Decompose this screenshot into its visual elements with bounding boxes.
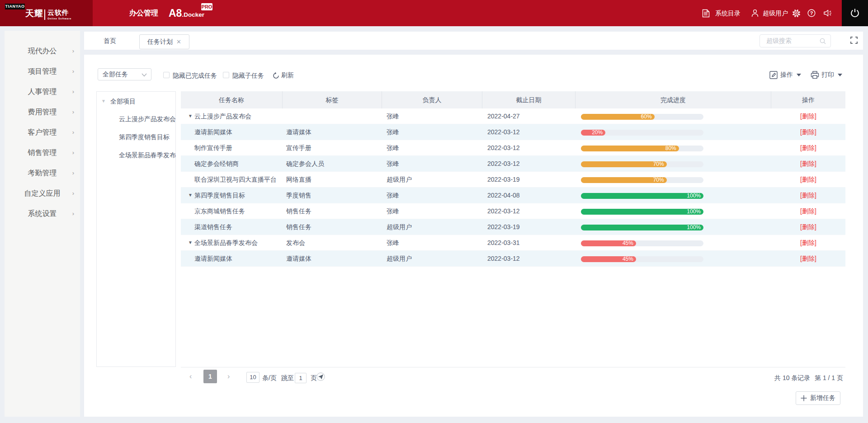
svg-text:?: ? (810, 10, 813, 16)
